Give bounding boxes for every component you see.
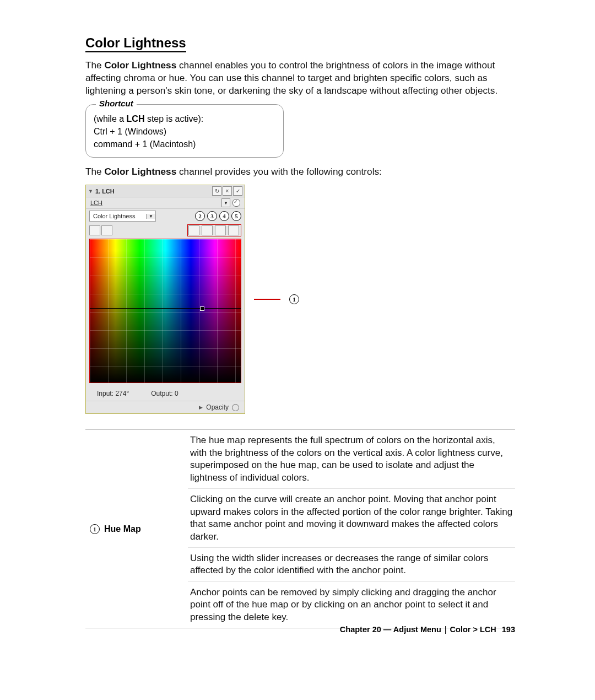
t: Output: xyxy=(151,390,172,397)
channel-row: Color Lightness ▼ 2 3 4 5 xyxy=(86,209,245,223)
t: channel provides you with the following … xyxy=(176,166,382,177)
t: 0 xyxy=(175,390,178,397)
hue-map-frame xyxy=(89,239,241,383)
row-label: 1 Hue Map xyxy=(85,430,188,628)
channel-select[interactable]: Color Lightness ▼ xyxy=(89,211,156,222)
method-enable-check[interactable] xyxy=(232,199,240,207)
t: The xyxy=(85,166,104,177)
page-footer: Chapter 20 — Adjust Menu|Color > LCH193 xyxy=(340,625,515,634)
method-label: LCH xyxy=(90,200,102,206)
lch-panel: ▼ 1. LCH ↻ × ✓ LCH ▼ Color Lightness ▼ 2 xyxy=(85,185,245,414)
t: Input: xyxy=(97,390,113,397)
callout-leader xyxy=(254,299,280,300)
add-anchor-tool[interactable] xyxy=(188,225,199,235)
footer-page: 193 xyxy=(496,625,515,634)
callout-5: 5 xyxy=(231,211,241,221)
table-row: 1 Hue Map The hue map represents the ful… xyxy=(85,430,515,628)
callout-1: 1 xyxy=(289,294,299,304)
callout-3: 3 xyxy=(207,211,217,221)
curve-tools-group xyxy=(187,224,241,236)
shortcut-windows: Ctrl + 1 (Windows) xyxy=(94,125,275,138)
controls-table: 1 Hue Map The hue map represents the ful… xyxy=(85,429,515,628)
reset-icon[interactable]: ↻ xyxy=(212,186,221,196)
shortcut-mac: command + 1 (Macintosh) xyxy=(94,138,275,150)
output-readout: Output: 0 xyxy=(151,390,178,397)
io-readout: Input: 274° Output: 0 xyxy=(86,386,245,401)
apply-icon[interactable]: ✓ xyxy=(233,186,242,196)
callout-4: 4 xyxy=(219,211,229,221)
lightness-curve[interactable] xyxy=(90,308,241,309)
shortcut-context: (while a LCH step is active): xyxy=(94,112,275,125)
histogram-icon[interactable] xyxy=(89,225,100,235)
input-readout: Input: 274° xyxy=(97,390,129,397)
row-paragraph: Clicking on the curve will create an anc… xyxy=(188,489,515,548)
footer-crumb: Color > LCH xyxy=(450,625,496,634)
hue-map[interactable] xyxy=(90,239,241,383)
t: The xyxy=(85,60,104,71)
row-paragraph: Anchor points can be removed by simply c… xyxy=(188,582,515,628)
shortcut-legend: Shortcut xyxy=(96,99,137,108)
row-paragraph: Using the width slider increases or decr… xyxy=(188,548,515,582)
reset-curve-tool[interactable] xyxy=(228,225,239,235)
channel-value: Color Lightness xyxy=(90,213,146,219)
opacity-row: ▶ Opacity xyxy=(86,401,245,413)
delete-anchor-tool[interactable] xyxy=(215,225,226,235)
disclosure-icon[interactable]: ▼ xyxy=(88,189,93,194)
row-paragraph: The hue map represents the full spectrum… xyxy=(188,430,515,489)
shortcut-box: Shortcut (while a LCH step is active): C… xyxy=(85,104,284,158)
t: (while a xyxy=(94,114,127,123)
footer-chapter: Chapter 20 — Adjust Menu xyxy=(340,625,441,634)
row-callout-num: 1 xyxy=(90,524,100,534)
panel-titlebar: ▼ 1. LCH ↻ × ✓ xyxy=(86,185,245,197)
t: Color Lightness xyxy=(104,166,176,177)
panel-with-callout: ▼ 1. LCH ↻ × ✓ LCH ▼ Color Lightness ▼ 2 xyxy=(85,185,515,414)
callout-2: 2 xyxy=(195,211,205,221)
method-dropdown[interactable]: ▼ xyxy=(221,198,230,207)
disclosure-icon[interactable]: ▶ xyxy=(199,405,203,410)
method-row: LCH ▼ xyxy=(86,197,245,209)
t: 274° xyxy=(115,390,129,397)
edit-anchor-tool[interactable] xyxy=(202,225,213,235)
opacity-radio[interactable] xyxy=(232,404,239,411)
t: Color Lightness xyxy=(104,60,176,71)
opacity-label: Opacity xyxy=(206,403,229,411)
lead-paragraph: The Color Lightness channel provides you… xyxy=(85,165,515,178)
row-content: The hue map represents the full spectrum… xyxy=(188,430,515,628)
anchor-point[interactable] xyxy=(200,306,204,311)
intro-paragraph: The Color Lightness channel enables you … xyxy=(85,59,515,98)
chevron-down-icon: ▼ xyxy=(146,214,155,219)
close-icon[interactable]: × xyxy=(223,186,232,196)
t: step is active): xyxy=(144,114,203,123)
t: LCH xyxy=(127,114,145,123)
section-heading: Color Lightness xyxy=(85,35,186,52)
tool-row xyxy=(86,223,245,239)
panel-title: 1. LCH xyxy=(95,188,115,195)
width-icon[interactable] xyxy=(101,225,112,235)
row-title: Hue Map xyxy=(104,524,141,534)
